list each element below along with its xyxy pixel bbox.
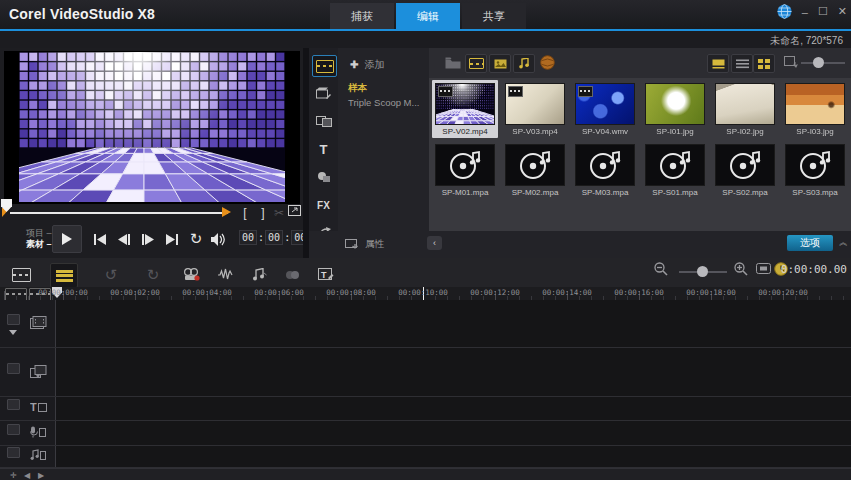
- timecode-separator: :: [258, 232, 264, 243]
- gallery-sphere-icon[interactable]: [537, 54, 557, 71]
- overlay-track[interactable]: [0, 348, 851, 397]
- title-track-toggle-icon[interactable]: [7, 399, 20, 410]
- globe-icon[interactable]: [777, 4, 792, 19]
- next-frame-button[interactable]: [136, 228, 160, 250]
- category-filter-icon[interactable]: FX: [312, 195, 335, 215]
- project-info: 未命名, 720*576: [770, 34, 843, 48]
- media-item[interactable]: SP-I02.jpg: [712, 83, 778, 136]
- media-item[interactable]: SP-V02.mp4: [432, 80, 498, 138]
- overlay-track-icon: [30, 365, 47, 378]
- overlay-track-toggle-icon[interactable]: [7, 363, 20, 374]
- library-folder-1[interactable]: 样本: [348, 82, 367, 95]
- home-button[interactable]: [88, 228, 112, 250]
- category-instant-project-icon[interactable]: [312, 83, 335, 103]
- music-track-toggle-icon[interactable]: [7, 447, 20, 458]
- media-thumbnail-dandelion: [645, 83, 705, 125]
- mark-out-button[interactable]: ]: [255, 205, 271, 221]
- media-item-label: SP-M03.mpa: [572, 188, 638, 197]
- timeline-zoom-slider-thumb[interactable]: [697, 266, 708, 277]
- end-button[interactable]: [160, 228, 184, 250]
- tab-捕获[interactable]: 捕获: [330, 3, 394, 29]
- overlay-track-header[interactable]: [0, 348, 56, 396]
- split-clip-button[interactable]: ✂: [271, 205, 287, 221]
- media-item[interactable]: SP-M03.mpa: [572, 144, 638, 197]
- subtitle-editor-button[interactable]: T: [313, 263, 339, 286]
- scroll-right-icon[interactable]: ▶: [38, 471, 44, 480]
- video-track-header[interactable]: [0, 300, 56, 347]
- play-button[interactable]: [52, 225, 82, 253]
- clip-mode-label[interactable]: 素材: [26, 239, 44, 249]
- list-view-button[interactable]: [731, 54, 753, 73]
- voice-track-header[interactable]: [0, 421, 56, 445]
- record-capture-button[interactable]: [178, 263, 204, 286]
- track-caret-icon[interactable]: [9, 330, 17, 335]
- music-track[interactable]: [0, 446, 851, 468]
- title-track-header[interactable]: T: [0, 397, 56, 420]
- media-item[interactable]: SP-V03.mp4: [502, 83, 568, 136]
- close-button[interactable]: ✕: [838, 5, 847, 18]
- options-button[interactable]: 选项: [787, 235, 833, 251]
- title-track[interactable]: T: [0, 397, 851, 421]
- repeat-button[interactable]: ↻: [184, 228, 208, 250]
- mark-in-button[interactable]: [: [237, 205, 253, 221]
- media-item[interactable]: SP-M02.mpa: [502, 144, 568, 197]
- add-folder-button[interactable]: ✚添加: [350, 58, 384, 72]
- fit-project-icon[interactable]: [753, 260, 773, 277]
- zoom-in-icon[interactable]: [731, 260, 751, 277]
- sound-mixer-button[interactable]: [212, 263, 238, 286]
- previous-frame-button[interactable]: [112, 228, 136, 250]
- media-item[interactable]: SP-S01.mpa: [642, 144, 708, 197]
- import-folder-icon[interactable]: [443, 54, 463, 71]
- properties-button[interactable]: 属性: [345, 238, 384, 251]
- project-mode-label[interactable]: 项目: [26, 228, 44, 238]
- storyboard-view-button[interactable]: [8, 263, 34, 286]
- zoom-out-icon[interactable]: [651, 260, 671, 277]
- auto-music-button[interactable]: [246, 263, 272, 286]
- media-item[interactable]: SP-V04.wmv: [572, 83, 638, 136]
- media-item[interactable]: SP-S02.mpa: [712, 144, 778, 197]
- scroll-left-icon[interactable]: ◀: [24, 471, 30, 480]
- voice-track[interactable]: [0, 421, 851, 446]
- video-track-toggle-icon[interactable]: [7, 314, 20, 325]
- category-transition-icon[interactable]: [312, 111, 335, 131]
- ruler-label: 00:00:20:00: [758, 288, 808, 297]
- scrubber-track[interactable]: [10, 212, 228, 214]
- minimize-button[interactable]: –: [802, 6, 808, 18]
- timeline-view-button[interactable]: [50, 263, 78, 288]
- timecode-group-0[interactable]: 00: [239, 230, 257, 245]
- media-item[interactable]: SP-S03.mpa: [782, 144, 848, 197]
- video-track[interactable]: [0, 300, 851, 348]
- library-folder-2[interactable]: Triple Scoop M...: [348, 97, 419, 108]
- category-title-icon[interactable]: T: [312, 139, 335, 159]
- timeline-ruler[interactable]: 00:00:00:0000:00:02:0000:00:04:0000:00:0…: [0, 287, 851, 300]
- media-item[interactable]: SP-M01.mpa: [432, 144, 498, 197]
- app-title: Corel VideoStudio X8: [9, 6, 155, 22]
- tab-共享[interactable]: 共享: [462, 3, 526, 29]
- sort-import-icon[interactable]: [781, 54, 801, 71]
- scroll-fit-icon[interactable]: ✛: [10, 471, 17, 480]
- category-media-icon[interactable]: [312, 55, 337, 77]
- accent-divider: [0, 29, 851, 31]
- collapse-nav-button[interactable]: ‹: [427, 236, 442, 250]
- music-track-header[interactable]: [0, 446, 56, 467]
- thumbnail-size-slider-thumb[interactable]: [813, 57, 824, 68]
- media-item[interactable]: SP-I01.jpg: [642, 83, 708, 136]
- timeline-zoom-controls: 0:00:00.00: [651, 258, 851, 284]
- playback-mode-labels[interactable]: 项目 – 素材 –: [26, 228, 52, 250]
- grid-view-button[interactable]: [753, 54, 775, 73]
- thumbnail-view-button[interactable]: [707, 54, 729, 73]
- voice-track-toggle-icon[interactable]: [7, 424, 20, 435]
- trim-handle-end[interactable]: [222, 207, 231, 217]
- media-item[interactable]: SP-I03.jpg: [782, 83, 848, 136]
- ruler-label: 00:00:18:00: [686, 288, 736, 297]
- show-photos-toggle[interactable]: [489, 54, 511, 73]
- maximize-button[interactable]: ☐: [818, 5, 828, 18]
- category-graphic-icon[interactable]: [312, 167, 335, 187]
- show-audio-toggle[interactable]: [513, 54, 535, 73]
- system-volume-button[interactable]: [206, 228, 230, 250]
- timecode-group-1[interactable]: 00: [265, 230, 283, 245]
- tab-编辑[interactable]: 编辑: [396, 3, 460, 29]
- collapse-options-icon[interactable]: ︽: [839, 236, 848, 249]
- enlarge-preview-button[interactable]: [288, 205, 304, 221]
- show-videos-toggle[interactable]: [465, 54, 487, 73]
